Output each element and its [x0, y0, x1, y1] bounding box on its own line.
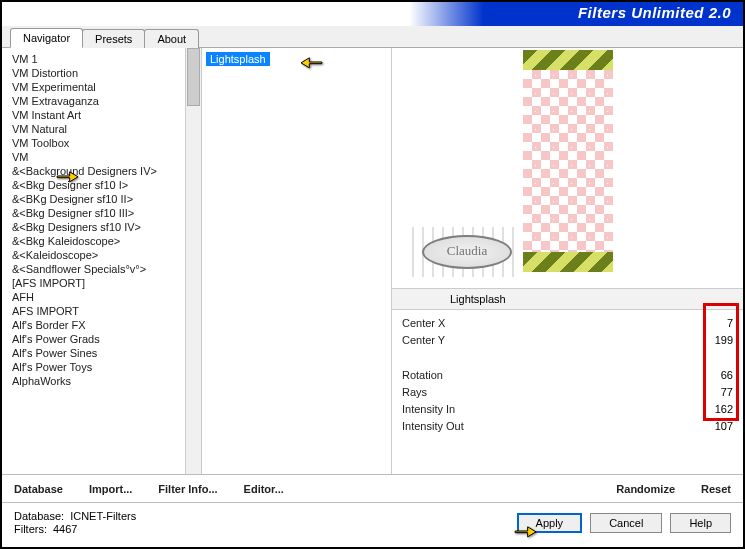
category-column: VM 1VM DistortionVM ExperimentalVM Extra… — [2, 48, 202, 474]
param-label: Center Y — [402, 334, 445, 349]
db-label: Database: — [14, 510, 64, 522]
category-item[interactable]: AlphaWorks — [12, 374, 185, 388]
param-label: Rays — [402, 386, 427, 401]
category-item[interactable]: &<Kaleidoscope> — [12, 248, 185, 262]
param-row[interactable]: Intensity Out107 — [402, 419, 733, 436]
preview-column: Lightsplash Center X7Center Y199 Rotatio… — [392, 48, 743, 474]
preview-image — [523, 50, 613, 272]
preview-area — [392, 48, 743, 288]
param-value: 199 — [693, 334, 733, 349]
param-row[interactable]: Intensity In162 — [402, 402, 733, 419]
category-scrollbar[interactable] — [185, 48, 201, 474]
filters-value: 4467 — [53, 523, 77, 535]
category-item[interactable]: VM Instant Art — [12, 108, 185, 122]
category-item[interactable]: &<Bkg Designer sf10 I> — [12, 178, 185, 192]
param-row[interactable]: Rays77 — [402, 385, 733, 402]
category-item[interactable]: &<Bkg Designer sf10 III> — [12, 206, 185, 220]
reset-button[interactable]: Reset — [701, 483, 731, 495]
title-bar: Filters Unlimited 2.0 — [2, 2, 743, 26]
filter-info-button[interactable]: Filter Info... — [158, 483, 217, 495]
status-right: Apply Cancel Help — [517, 513, 731, 533]
category-item[interactable]: VM 1 — [12, 52, 185, 66]
param-value: 162 — [693, 403, 733, 418]
app-title: Filters Unlimited 2.0 — [578, 4, 731, 21]
category-list[interactable]: VM 1VM DistortionVM ExperimentalVM Extra… — [2, 48, 185, 474]
db-value: ICNET-Filters — [70, 510, 136, 522]
category-item[interactable]: Alf's Border FX — [12, 318, 185, 332]
cancel-button[interactable]: Cancel — [590, 513, 662, 533]
parameter-area: Center X7Center Y199 Rotation66Rays77Int… — [392, 310, 743, 474]
param-row[interactable]: Center X7 — [402, 316, 733, 333]
category-item[interactable]: Alf's Power Sines — [12, 346, 185, 360]
param-value: 77 — [693, 386, 733, 401]
preview-stripe-bottom — [523, 252, 613, 272]
filter-column: Lightsplash — [202, 48, 392, 474]
category-item[interactable]: Alf's Power Toys — [12, 360, 185, 374]
category-item[interactable]: Alf's Power Grads — [12, 332, 185, 346]
category-item[interactable]: &<Bkg Kaleidoscope> — [12, 234, 185, 248]
filters-label: Filters: — [14, 523, 47, 535]
tab-about[interactable]: About — [144, 29, 199, 48]
category-item[interactable]: VM Natural — [12, 122, 185, 136]
param-value: 7 — [693, 317, 733, 332]
category-item[interactable]: &<BKg Designer sf10 II> — [12, 192, 185, 206]
param-value: 107 — [693, 420, 733, 435]
category-item[interactable]: VM Extravaganza — [12, 94, 185, 108]
category-item[interactable]: VM Experimental — [12, 80, 185, 94]
toolbar-row: Database Import... Filter Info... Editor… — [2, 474, 743, 502]
tab-presets[interactable]: Presets — [82, 29, 145, 48]
param-label: Center X — [402, 317, 445, 332]
category-item[interactable]: [AFS IMPORT] — [12, 276, 185, 290]
category-item[interactable]: VM Distortion — [12, 66, 185, 80]
import-button[interactable]: Import... — [89, 483, 132, 495]
randomize-button[interactable]: Randomize — [616, 483, 675, 495]
param-label: Intensity Out — [402, 420, 464, 435]
category-item[interactable]: AFH — [12, 290, 185, 304]
tab-navigator[interactable]: Navigator — [10, 28, 83, 48]
database-button[interactable]: Database — [14, 483, 63, 495]
category-item[interactable]: AFS IMPORT — [12, 304, 185, 318]
status-left: Database:ICNET-Filters Filters:4467 — [14, 510, 136, 535]
category-item[interactable]: &<Sandflower Specials°v°> — [12, 262, 185, 276]
category-item[interactable]: &<Background Designers IV> — [12, 164, 185, 178]
apply-button[interactable]: Apply — [517, 513, 583, 533]
editor-button[interactable]: Editor... — [244, 483, 284, 495]
category-item[interactable]: VM — [12, 150, 185, 164]
preview-stripe-top — [523, 50, 613, 70]
filter-item-selected[interactable]: Lightsplash — [206, 52, 270, 66]
preview-label: Lightsplash — [450, 293, 506, 305]
param-value: 66 — [693, 369, 733, 384]
tab-row: Navigator Presets About — [2, 26, 743, 48]
main-area: VM 1VM DistortionVM ExperimentalVM Extra… — [2, 48, 743, 474]
preview-label-row: Lightsplash — [392, 288, 743, 310]
param-row[interactable]: Center Y199 — [402, 333, 733, 350]
category-item[interactable]: VM Toolbox — [12, 136, 185, 150]
preview-checker — [523, 70, 613, 252]
help-button[interactable]: Help — [670, 513, 731, 533]
param-label: Rotation — [402, 369, 443, 384]
scroll-thumb[interactable] — [187, 48, 200, 106]
param-row[interactable]: Rotation66 — [402, 368, 733, 385]
param-label: Intensity In — [402, 403, 455, 418]
status-row: Database:ICNET-Filters Filters:4467 Appl… — [2, 502, 743, 542]
category-item[interactable]: &<Bkg Designers sf10 IV> — [12, 220, 185, 234]
